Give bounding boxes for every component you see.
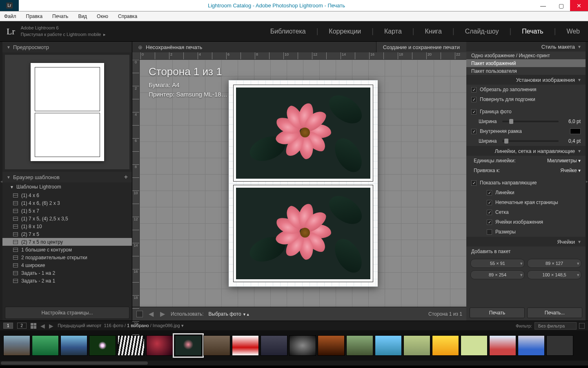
guide-checkbox[interactable] [487,210,492,215]
print-dialog-button[interactable]: Печать... [527,307,582,318]
filmstrip-path[interactable]: Предыдущий импорт 116 фото / 1 выбрано /… [58,323,183,328]
grid-view-icon[interactable] [31,323,36,329]
cells-header[interactable]: Ячейки▼ [466,237,586,247]
filmstrip-thumb[interactable] [261,335,287,356]
module-web[interactable]: Web [565,28,581,35]
close-button[interactable]: ✕ [570,0,588,11]
module-library[interactable]: Библиотека [269,28,307,35]
menu-edit[interactable]: Правка [24,13,45,20]
filmstrip-thumb[interactable] [318,335,345,356]
filmstrip-thumb[interactable] [489,335,516,356]
nav-fwd-icon[interactable]: ▶ [49,323,53,329]
view-badge-2[interactable]: 2 [17,323,27,329]
photo-cell-1[interactable] [234,85,373,182]
ruler-units-dropdown[interactable]: Миллиметры ▾ [547,158,581,164]
inner-width-slider[interactable] [502,140,559,142]
filmstrip-thumb[interactable] [203,335,230,356]
filmstrip-scrollbar[interactable] [0,361,588,366]
filter-lock-icon[interactable] [579,323,585,329]
print-canvas[interactable]: Сторона 1 из 1 Бумага: A4 Принтер: Samsu… [140,60,466,307]
module-print[interactable]: Печать [520,28,545,35]
minimize-button[interactable]: — [534,0,552,11]
filmstrip-thumb[interactable] [546,335,573,356]
filmstrip-thumb[interactable] [518,335,545,356]
layout-single[interactable]: Одно изображение / Индекс-принт [466,52,586,59]
print-button[interactable]: Печать [470,307,525,318]
inner-stroke-checkbox[interactable] [471,129,477,134]
filmstrip-thumb[interactable] [461,335,488,356]
template-item[interactable]: Задать - 1 на 2 [2,269,132,277]
border-width-slider[interactable] [502,121,559,122]
create-saved-print-button[interactable]: Создание и сохранение печати [376,42,466,52]
template-item[interactable]: 1 большие с контуром [2,246,132,254]
guide-checkbox[interactable] [487,229,492,235]
template-item[interactable]: 4 широкие [2,261,132,269]
templates-header[interactable]: ▼Браузер шаблонов+ [2,172,132,182]
filmstrip-thumb[interactable] [146,335,173,356]
template-item[interactable]: Задать - 2 на 1 [2,277,132,285]
menu-help[interactable]: Справка [116,13,140,20]
module-book[interactable]: Книга [423,28,443,35]
photo-border-checkbox[interactable] [471,109,477,114]
nav-back-icon[interactable]: ◀ [40,323,45,329]
cell-size-button[interactable]: 89 × 254▾ [470,270,525,279]
template-item[interactable]: (2) 7 x 5 [2,230,132,238]
cell-size-button[interactable]: 100 × 148,5▾ [527,270,581,279]
show-guides-checkbox[interactable] [471,180,477,186]
filmstrip-thumb[interactable] [175,335,202,356]
page-setup-button[interactable]: Настройка страницы... [5,307,129,319]
crop-to-fill-checkbox[interactable] [471,87,477,92]
filmstrip-thumb[interactable] [32,335,59,356]
filmstrip[interactable] [0,330,588,361]
mobile-link[interactable]: Приступая к работе с Lightroom mobile [21,31,101,38]
filmstrip-thumb[interactable] [3,335,30,356]
filmstrip-thumb[interactable] [118,335,145,356]
filmstrip-thumb[interactable] [289,335,316,356]
layout-style-header[interactable]: Стиль макета▼ [466,42,586,52]
menu-file[interactable]: Файл [2,13,19,20]
menu-window[interactable]: Окно [94,13,111,20]
filmstrip-thumb[interactable] [375,335,402,356]
template-item[interactable]: (2) 7 x 5 по центру [2,238,132,246]
select-checkbox[interactable] [136,311,143,317]
module-develop[interactable]: Коррекции [327,28,363,35]
filmstrip-thumb[interactable] [346,335,373,356]
module-map[interactable]: Карта [383,28,403,35]
prev-page-icon[interactable]: ◀ [148,310,154,318]
filmstrip-thumb[interactable] [403,335,430,356]
image-settings-header[interactable]: Установки изображения▼ [466,75,586,85]
right-edge-grip[interactable]: ▸ [586,42,588,321]
template-item[interactable]: (1) 7 x 5, (4) 2,5 x 3,5 [2,215,132,222]
filmstrip-thumb[interactable] [232,335,259,356]
layout-custom[interactable]: Пакет пользователя [466,67,586,75]
template-item[interactable]: (1) 4 x 6 [2,191,132,199]
snap-dropdown[interactable]: Ячейке ▾ [560,168,581,173]
guide-checkbox[interactable] [487,190,492,195]
maximize-button[interactable]: ▢ [552,0,570,11]
module-slideshow[interactable]: Слайд-шоу [463,28,501,35]
cell-size-button[interactable]: 55 × 91▾ [470,259,525,268]
menu-view[interactable]: Вид [76,13,89,20]
filmstrip-thumb[interactable] [60,335,87,356]
template-item[interactable]: 2 поздравительные открытки [2,254,132,261]
cell-size-button[interactable]: 89 × 127▾ [527,259,581,268]
template-group[interactable]: ▼Шаблоны Lightroom [2,182,132,191]
menu-print[interactable]: Печать [50,13,71,20]
stroke-color-swatch[interactable] [570,128,581,134]
rotate-to-fit-checkbox[interactable] [471,97,477,102]
rulers-grid-header[interactable]: Линейки, сетка и направляющие▼ [466,146,586,156]
photo-cell-2[interactable] [234,185,373,282]
add-template-icon[interactable]: + [124,173,128,181]
filter-dropdown[interactable]: Без фильтра [535,322,577,330]
view-badge-1[interactable]: 1 [3,323,13,329]
preview-header[interactable]: ▼Предпросмотр [2,42,132,52]
filmstrip-thumb[interactable] [89,335,116,356]
layout-package[interactable]: Пакет изображений [466,59,586,67]
template-item[interactable]: (1) 5 x 7 [2,207,132,215]
plus-icon[interactable]: ⊕ [138,44,143,50]
use-dropdown[interactable]: Выбрать фото ▼▲ [209,311,250,317]
guide-checkbox[interactable] [487,200,492,205]
filmstrip-thumb[interactable] [432,335,459,356]
guide-checkbox[interactable] [487,220,492,225]
template-item[interactable]: (1) 4 x 6, (6) 2 x 3 [2,199,132,207]
